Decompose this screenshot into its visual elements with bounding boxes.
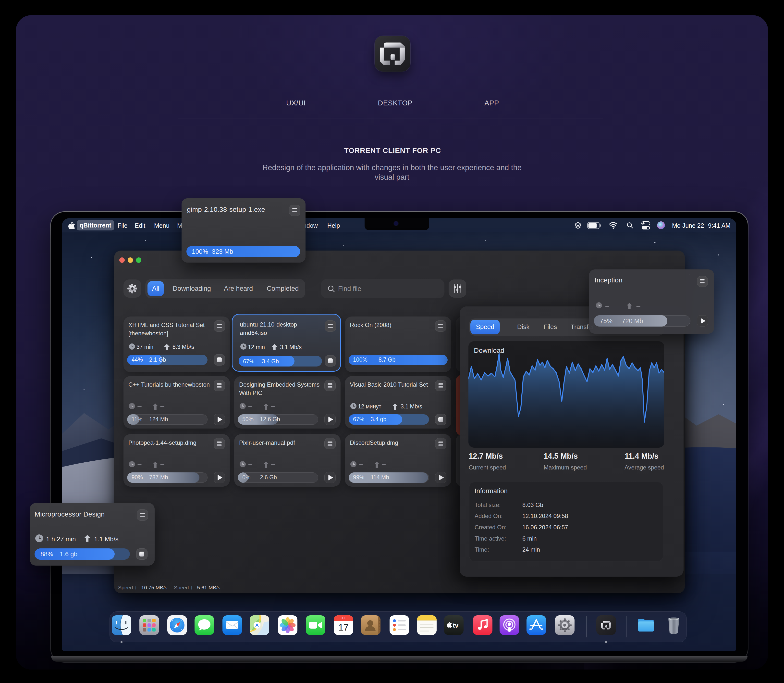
svg-text:JUL: JUL (341, 617, 346, 620)
svg-text:17: 17 (338, 622, 349, 632)
svg-text:tv: tv (453, 622, 459, 629)
